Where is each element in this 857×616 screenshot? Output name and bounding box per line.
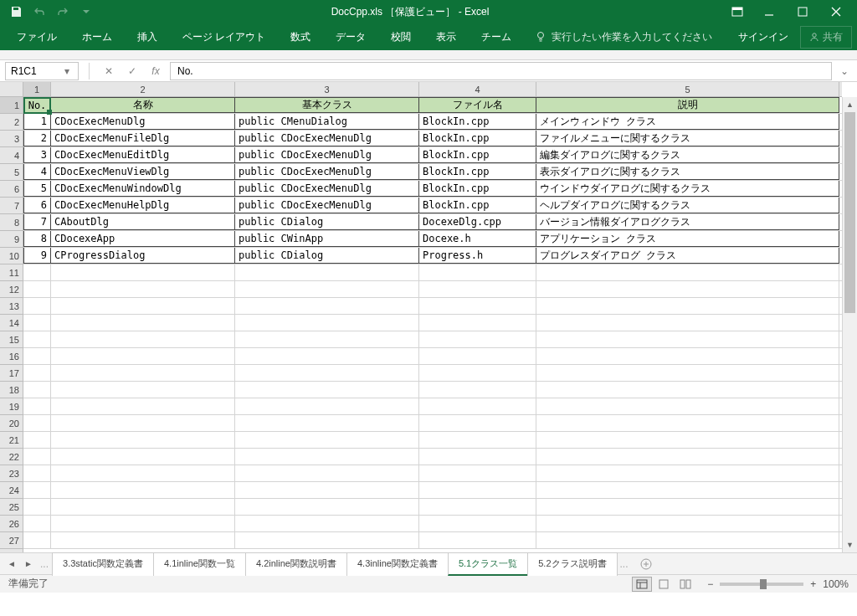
cell[interactable]: No. xyxy=(23,97,51,113)
scroll-thumb[interactable] xyxy=(844,112,855,313)
cell[interactable] xyxy=(419,516,536,531)
cell[interactable] xyxy=(536,315,839,331)
row-header[interactable]: 24 xyxy=(0,482,23,499)
row-header[interactable]: 22 xyxy=(0,449,23,465)
cell[interactable]: CDocExecMenuHelpDlg xyxy=(51,198,235,213)
cell[interactable] xyxy=(235,415,419,431)
formula-expand-icon[interactable]: ⌄ xyxy=(837,65,852,77)
tab-more-left[interactable]: ... xyxy=(40,558,49,570)
cell[interactable] xyxy=(23,365,51,381)
cell[interactable] xyxy=(536,482,839,498)
cell[interactable]: CDocExecMenuFileDlg xyxy=(51,131,235,146)
cell[interactable] xyxy=(23,382,51,398)
sheet-tab[interactable]: 5.1クラス一覧 xyxy=(448,552,528,576)
cell[interactable] xyxy=(235,348,419,364)
cell[interactable]: public CDialog xyxy=(235,214,419,230)
cell[interactable]: CDocExecMenuWindowDlg xyxy=(51,181,235,197)
cell[interactable]: CDocExecMenuEditDlg xyxy=(51,147,235,163)
cell[interactable] xyxy=(51,398,235,414)
cell[interactable] xyxy=(419,382,536,398)
cell[interactable]: BlockIn.cpp xyxy=(419,198,536,213)
cell[interactable] xyxy=(23,298,51,314)
cell[interactable] xyxy=(419,298,536,314)
cell[interactable]: 編集ダイアログに関するクラス xyxy=(536,147,839,163)
cell[interactable] xyxy=(23,532,51,548)
column-header[interactable]: 2 xyxy=(51,82,235,96)
sheet-tab[interactable]: 4.2inline関数説明書 xyxy=(245,552,347,576)
row-header[interactable]: 21 xyxy=(0,432,23,449)
sheet-tab[interactable]: 5.2クラス説明書 xyxy=(527,552,617,576)
cell[interactable]: 説明 xyxy=(536,97,839,113)
row-header[interactable]: 9 xyxy=(0,231,23,248)
column-header[interactable]: 1 xyxy=(23,82,51,96)
cell[interactable]: CProgressDialog xyxy=(51,248,235,264)
cell[interactable] xyxy=(51,532,235,548)
cell[interactable] xyxy=(235,432,419,448)
cell[interactable]: 9 xyxy=(23,248,51,264)
cell[interactable] xyxy=(51,264,235,280)
cell[interactable]: 2 xyxy=(23,131,51,146)
chevron-down-icon[interactable]: ▾ xyxy=(64,65,73,77)
cell[interactable]: CAboutDlg xyxy=(51,214,235,230)
close-icon[interactable] xyxy=(820,2,852,22)
tab-more-right[interactable]: ... xyxy=(620,558,629,570)
tab-review[interactable]: 校閲 xyxy=(379,25,423,49)
cell[interactable] xyxy=(536,432,839,448)
view-pagebreak-icon[interactable] xyxy=(675,577,695,592)
cell[interactable] xyxy=(23,415,51,431)
cell[interactable] xyxy=(536,331,839,347)
cell[interactable] xyxy=(235,331,419,347)
row-header[interactable]: 17 xyxy=(0,365,23,382)
qat-customize-icon[interactable] xyxy=(75,2,97,22)
cell[interactable] xyxy=(536,415,839,431)
formula-input[interactable]: No. xyxy=(170,62,832,80)
cell[interactable]: public CMenuDialog xyxy=(235,114,419,130)
column-header[interactable]: 3 xyxy=(235,82,419,96)
cell[interactable] xyxy=(536,532,839,548)
cell[interactable] xyxy=(23,398,51,414)
cell[interactable]: BlockIn.cpp xyxy=(419,164,536,180)
cell[interactable] xyxy=(51,482,235,498)
zoom-in-icon[interactable]: + xyxy=(810,578,816,590)
select-all-corner[interactable] xyxy=(0,82,23,97)
cell[interactable]: BlockIn.cpp xyxy=(419,181,536,197)
cell[interactable]: CDocexeApp xyxy=(51,231,235,247)
row-header[interactable]: 3 xyxy=(0,131,23,147)
cell[interactable]: public CDocExecMenuDlg xyxy=(235,164,419,180)
cell[interactable] xyxy=(23,482,51,498)
cell[interactable] xyxy=(23,516,51,531)
vertical-scrollbar[interactable]: ▲ ▼ xyxy=(842,97,857,552)
save-icon[interactable] xyxy=(5,2,27,22)
enter-icon[interactable]: ✓ xyxy=(123,62,141,80)
cell[interactable]: 5 xyxy=(23,181,51,197)
cell[interactable] xyxy=(419,532,536,548)
cell[interactable]: ヘルプダイアログに関するクラス xyxy=(536,198,839,213)
tab-data[interactable]: データ xyxy=(324,25,377,49)
tab-team[interactable]: チーム xyxy=(470,25,523,49)
row-header[interactable]: 18 xyxy=(0,382,23,398)
tab-pagelayout[interactable]: ページ レイアウト xyxy=(171,25,277,49)
tab-nav-next-icon[interactable]: ► xyxy=(20,559,37,568)
cell[interactable] xyxy=(51,348,235,364)
cell[interactable] xyxy=(235,516,419,531)
scroll-up-icon[interactable]: ▲ xyxy=(843,97,857,112)
cell[interactable] xyxy=(536,516,839,531)
cell[interactable] xyxy=(536,348,839,364)
scroll-down-icon[interactable]: ▼ xyxy=(843,537,857,552)
view-pagelayout-icon[interactable] xyxy=(654,577,674,592)
row-header[interactable]: 4 xyxy=(0,147,23,164)
cell[interactable] xyxy=(419,415,536,431)
cell[interactable] xyxy=(51,281,235,297)
cell[interactable] xyxy=(23,499,51,515)
cell[interactable]: プログレスダイアログ クラス xyxy=(536,248,839,264)
cell[interactable]: 名称 xyxy=(51,97,235,113)
cell[interactable] xyxy=(235,281,419,297)
cell[interactable]: Progress.h xyxy=(419,248,536,264)
cell[interactable]: 3 xyxy=(23,147,51,163)
redo-icon[interactable] xyxy=(52,2,74,22)
tab-formulas[interactable]: 数式 xyxy=(279,25,322,49)
cell[interactable] xyxy=(235,398,419,414)
cell[interactable]: 7 xyxy=(23,214,51,230)
row-header[interactable]: 11 xyxy=(0,264,23,281)
cell[interactable] xyxy=(51,365,235,381)
